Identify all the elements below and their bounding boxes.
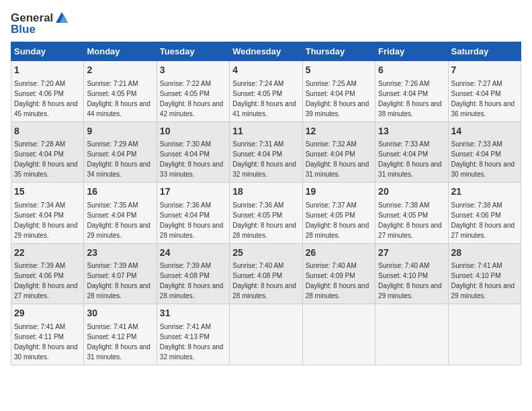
day-number: 26 <box>306 246 372 260</box>
day-number: 15 <box>14 185 81 199</box>
cell-sunrise: Sunrise: 7:37 AMSunset: 4:05 PMDaylight:… <box>306 201 369 239</box>
calendar-cell: 22Sunrise: 7:39 AMSunset: 4:06 PMDayligh… <box>11 243 84 304</box>
calendar-cell: 12Sunrise: 7:32 AMSunset: 4:04 PMDayligh… <box>302 122 375 183</box>
cell-sunrise: Sunrise: 7:20 AMSunset: 4:06 PMDaylight:… <box>14 80 78 118</box>
day-number: 27 <box>378 246 445 260</box>
calendar-cell <box>230 304 302 365</box>
day-number: 16 <box>87 185 153 199</box>
calendar-table: SundayMondayTuesdayWednesdayThursdayFrid… <box>11 42 521 365</box>
day-number: 30 <box>87 307 153 320</box>
day-number: 29 <box>14 307 81 320</box>
day-number: 17 <box>160 185 226 199</box>
calendar-cell <box>302 304 375 365</box>
day-number: 10 <box>160 125 226 138</box>
calendar-cell: 14Sunrise: 7:33 AMSunset: 4:04 PMDayligh… <box>448 122 521 183</box>
calendar-cell: 29Sunrise: 7:41 AMSunset: 4:11 PMDayligh… <box>11 304 84 365</box>
week-row-3: 15Sunrise: 7:34 AMSunset: 4:04 PMDayligh… <box>11 183 521 244</box>
calendar-cell: 7Sunrise: 7:27 AMSunset: 4:04 PMDaylight… <box>448 61 521 122</box>
day-header-sunday: Sunday <box>11 42 84 61</box>
cell-sunrise: Sunrise: 7:40 AMSunset: 4:08 PMDaylight:… <box>232 262 296 300</box>
header-row: SundayMondayTuesdayWednesdayThursdayFrid… <box>11 42 521 61</box>
cell-sunrise: Sunrise: 7:30 AMSunset: 4:04 PMDaylight:… <box>160 140 224 178</box>
cell-sunrise: Sunrise: 7:22 AMSunset: 4:05 PMDaylight:… <box>160 80 224 118</box>
calendar-cell: 9Sunrise: 7:29 AMSunset: 4:04 PMDaylight… <box>84 122 157 183</box>
cell-sunrise: Sunrise: 7:39 AMSunset: 4:07 PMDaylight:… <box>87 262 150 300</box>
day-header-saturday: Saturday <box>448 42 521 61</box>
calendar-cell <box>375 304 448 365</box>
day-number: 13 <box>378 125 445 138</box>
day-number: 22 <box>14 246 81 260</box>
week-row-4: 22Sunrise: 7:39 AMSunset: 4:06 PMDayligh… <box>11 243 521 304</box>
day-number: 2 <box>87 64 153 77</box>
calendar-cell: 23Sunrise: 7:39 AMSunset: 4:07 PMDayligh… <box>84 243 157 304</box>
day-number: 14 <box>451 125 518 138</box>
calendar-cell <box>448 304 521 365</box>
calendar-cell: 2Sunrise: 7:21 AMSunset: 4:05 PMDaylight… <box>84 61 157 122</box>
cell-sunrise: Sunrise: 7:28 AMSunset: 4:04 PMDaylight:… <box>14 140 78 178</box>
calendar-cell: 17Sunrise: 7:36 AMSunset: 4:04 PMDayligh… <box>157 183 229 244</box>
day-number: 31 <box>160 307 226 320</box>
calendar-cell: 11Sunrise: 7:31 AMSunset: 4:04 PMDayligh… <box>230 122 302 183</box>
calendar-cell: 16Sunrise: 7:35 AMSunset: 4:04 PMDayligh… <box>84 183 157 244</box>
calendar-cell: 13Sunrise: 7:33 AMSunset: 4:04 PMDayligh… <box>375 122 448 183</box>
day-number: 23 <box>87 246 153 260</box>
day-header-wednesday: Wednesday <box>230 42 302 61</box>
cell-sunrise: Sunrise: 7:25 AMSunset: 4:04 PMDaylight:… <box>306 80 369 118</box>
cell-sunrise: Sunrise: 7:33 AMSunset: 4:04 PMDaylight:… <box>378 140 442 178</box>
day-header-friday: Friday <box>375 42 448 61</box>
day-number: 3 <box>160 64 226 77</box>
logo-icon <box>54 11 69 26</box>
logo: General Blue <box>11 11 69 36</box>
calendar-cell: 28Sunrise: 7:41 AMSunset: 4:10 PMDayligh… <box>448 243 521 304</box>
cell-sunrise: Sunrise: 7:29 AMSunset: 4:04 PMDaylight:… <box>87 140 150 178</box>
cell-sunrise: Sunrise: 7:36 AMSunset: 4:04 PMDaylight:… <box>160 201 224 239</box>
day-number: 20 <box>378 185 445 199</box>
calendar-cell: 19Sunrise: 7:37 AMSunset: 4:05 PMDayligh… <box>302 183 375 244</box>
day-number: 25 <box>232 246 299 260</box>
calendar-cell: 1Sunrise: 7:20 AMSunset: 4:06 PMDaylight… <box>11 61 84 122</box>
day-number: 11 <box>232 125 299 138</box>
cell-sunrise: Sunrise: 7:41 AMSunset: 4:10 PMDaylight:… <box>451 262 515 300</box>
calendar-cell: 6Sunrise: 7:26 AMSunset: 4:04 PMDaylight… <box>375 61 448 122</box>
calendar-cell: 24Sunrise: 7:39 AMSunset: 4:08 PMDayligh… <box>157 243 229 304</box>
day-number: 18 <box>232 185 299 199</box>
week-row-1: 1Sunrise: 7:20 AMSunset: 4:06 PMDaylight… <box>11 61 521 122</box>
day-number: 5 <box>306 64 372 77</box>
day-number: 1 <box>14 64 81 77</box>
cell-sunrise: Sunrise: 7:21 AMSunset: 4:05 PMDaylight:… <box>87 80 150 118</box>
calendar-cell: 30Sunrise: 7:41 AMSunset: 4:12 PMDayligh… <box>84 304 157 365</box>
cell-sunrise: Sunrise: 7:41 AMSunset: 4:11 PMDaylight:… <box>14 323 78 361</box>
day-number: 24 <box>160 246 226 260</box>
day-header-thursday: Thursday <box>302 42 375 61</box>
day-number: 12 <box>306 125 372 138</box>
day-number: 8 <box>14 125 81 138</box>
day-number: 4 <box>232 64 299 77</box>
day-header-tuesday: Tuesday <box>157 42 229 61</box>
cell-sunrise: Sunrise: 7:38 AMSunset: 4:06 PMDaylight:… <box>451 201 515 239</box>
cell-sunrise: Sunrise: 7:31 AMSunset: 4:04 PMDaylight:… <box>232 140 296 178</box>
calendar-cell: 21Sunrise: 7:38 AMSunset: 4:06 PMDayligh… <box>448 183 521 244</box>
calendar-cell: 25Sunrise: 7:40 AMSunset: 4:08 PMDayligh… <box>230 243 302 304</box>
calendar-cell: 15Sunrise: 7:34 AMSunset: 4:04 PMDayligh… <box>11 183 84 244</box>
cell-sunrise: Sunrise: 7:40 AMSunset: 4:09 PMDaylight:… <box>306 262 369 300</box>
week-row-5: 29Sunrise: 7:41 AMSunset: 4:11 PMDayligh… <box>11 304 521 365</box>
cell-sunrise: Sunrise: 7:27 AMSunset: 4:04 PMDaylight:… <box>451 80 515 118</box>
day-number: 21 <box>451 185 518 199</box>
cell-sunrise: Sunrise: 7:36 AMSunset: 4:05 PMDaylight:… <box>232 201 296 239</box>
day-header-monday: Monday <box>84 42 157 61</box>
cell-sunrise: Sunrise: 7:41 AMSunset: 4:12 PMDaylight:… <box>87 323 150 361</box>
calendar-cell: 27Sunrise: 7:40 AMSunset: 4:10 PMDayligh… <box>375 243 448 304</box>
cell-sunrise: Sunrise: 7:38 AMSunset: 4:05 PMDaylight:… <box>378 201 442 239</box>
calendar-cell: 3Sunrise: 7:22 AMSunset: 4:05 PMDaylight… <box>157 61 229 122</box>
day-number: 28 <box>451 246 518 260</box>
calendar-cell: 18Sunrise: 7:36 AMSunset: 4:05 PMDayligh… <box>230 183 302 244</box>
cell-sunrise: Sunrise: 7:33 AMSunset: 4:04 PMDaylight:… <box>451 140 515 178</box>
cell-sunrise: Sunrise: 7:40 AMSunset: 4:10 PMDaylight:… <box>378 262 442 300</box>
cell-sunrise: Sunrise: 7:32 AMSunset: 4:04 PMDaylight:… <box>306 140 369 178</box>
cell-sunrise: Sunrise: 7:39 AMSunset: 4:08 PMDaylight:… <box>160 262 224 300</box>
day-number: 7 <box>451 64 518 77</box>
cell-sunrise: Sunrise: 7:39 AMSunset: 4:06 PMDaylight:… <box>14 262 78 300</box>
calendar-cell: 8Sunrise: 7:28 AMSunset: 4:04 PMDaylight… <box>11 122 84 183</box>
day-number: 9 <box>87 125 153 138</box>
calendar-cell: 31Sunrise: 7:41 AMSunset: 4:13 PMDayligh… <box>157 304 229 365</box>
